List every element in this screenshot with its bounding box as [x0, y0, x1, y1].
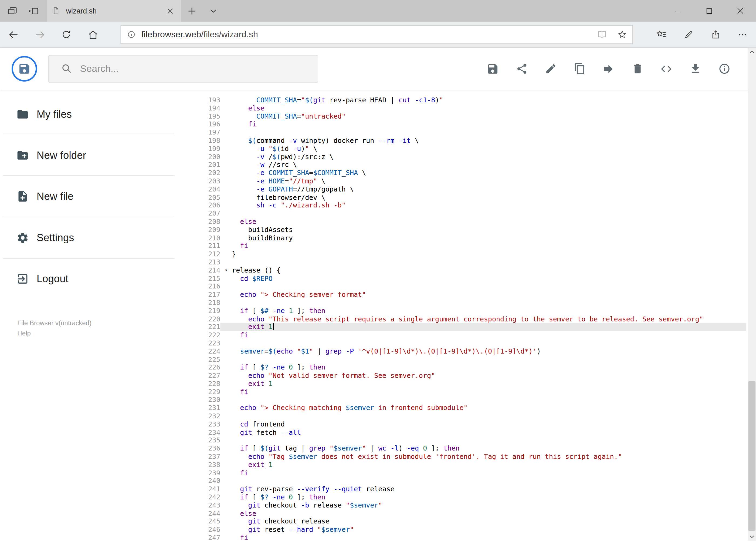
line-number[interactable]: 208 [195, 218, 220, 226]
code-text[interactable]: cd $REPO [220, 274, 746, 282]
sidebar-item-new-folder[interactable]: New folder [0, 143, 193, 168]
code-line[interactable]: 208 else [195, 218, 746, 226]
line-number[interactable]: 236 [195, 445, 220, 453]
save-button[interactable] [486, 62, 499, 75]
code-text[interactable]: else [220, 104, 746, 112]
tab-list-chevron-icon[interactable] [202, 0, 224, 22]
code-text[interactable] [220, 299, 746, 307]
scroll-up-icon[interactable] [748, 48, 756, 56]
code-line[interactable]: 216 [195, 282, 746, 290]
info-button[interactable] [718, 62, 730, 75]
code-line[interactable]: 195 COMMIT_SHA="untracked" [195, 112, 746, 120]
move-button[interactable] [602, 62, 615, 75]
code-line[interactable]: 241 git rev-parse --verify --quiet relea… [195, 485, 746, 493]
line-number[interactable]: 242 [195, 493, 220, 501]
code-line[interactable]: 202 -e COMMIT_SHA=$COMMIT_SHA \ [195, 169, 746, 177]
code-line[interactable]: 203 -e HOME="//tmp" \ [195, 177, 746, 185]
line-number[interactable]: 229 [195, 388, 220, 396]
code-text[interactable] [220, 355, 746, 363]
copy-button[interactable] [573, 62, 586, 75]
code-text[interactable]: -v /$(pwd):/src:z \ [220, 153, 746, 161]
line-number[interactable]: 205 [195, 194, 220, 202]
line-number[interactable]: 197 [195, 129, 220, 137]
line-number[interactable]: 211 [195, 242, 220, 250]
line-number[interactable]: 210 [195, 234, 220, 242]
code-text[interactable] [220, 210, 746, 218]
line-number[interactable]: 201 [195, 161, 220, 169]
search-input[interactable] [79, 63, 318, 75]
code-line[interactable]: 194 else [195, 104, 746, 112]
code-text[interactable]: -e COMMIT_SHA=$COMMIT_SHA \ [220, 169, 746, 177]
code-text[interactable]: exit 1 [220, 461, 746, 469]
line-number[interactable]: 198 [195, 137, 220, 145]
code-line[interactable]: 234 git fetch --all [195, 428, 746, 436]
code-text[interactable]: sh -c "./wizard.sh -b" [220, 202, 746, 210]
code-text[interactable]: buildBinary [220, 234, 746, 242]
code-line[interactable]: 199 -u "$(id -u)" \ [195, 145, 746, 153]
code-line[interactable]: 212} [195, 250, 746, 258]
code-text[interactable]: fi [220, 469, 746, 477]
line-number[interactable]: 238 [195, 461, 220, 469]
line-number[interactable]: 209 [195, 226, 220, 234]
code-text[interactable]: echo "This release script requires a sin… [220, 315, 746, 323]
version-link[interactable]: File Browser v(untracked) [17, 318, 92, 328]
code-line[interactable]: 228 exit 1 [195, 380, 746, 388]
code-text[interactable]: fi [220, 242, 746, 250]
line-number[interactable]: 223 [195, 339, 220, 347]
code-text[interactable]: git rev-parse --verify --quiet release [220, 485, 746, 493]
code-line[interactable]: 196 fi [195, 120, 746, 128]
code-line[interactable]: 232 [195, 412, 746, 420]
code-line[interactable]: 200 -v /$(pwd):/src:z \ [195, 153, 746, 161]
line-number[interactable]: 218 [195, 299, 220, 307]
code-text[interactable]: echo "> Checking matching $semver in fro… [220, 404, 746, 412]
code-line[interactable]: 198 $(command -v winpty) docker run --rm… [195, 137, 746, 145]
refresh-button[interactable] [53, 22, 79, 47]
code-text[interactable] [220, 477, 746, 485]
code-text[interactable] [220, 339, 746, 347]
code-line[interactable]: 239 fi [195, 469, 746, 477]
new-tab-button[interactable] [181, 0, 203, 22]
line-number[interactable]: 221 [195, 323, 220, 331]
share-button[interactable] [702, 22, 729, 47]
code-text[interactable]: fi [220, 331, 746, 339]
code-line[interactable]: 226 if [ $? -ne 0 ]; then [195, 363, 746, 372]
line-number[interactable]: 228 [195, 380, 220, 388]
code-text[interactable]: fi [220, 120, 746, 128]
code-text[interactable]: filebrowser/dev \ [220, 194, 746, 202]
code-text[interactable]: semver=$(echo "$1" | grep -P '^v(0|[1-9]… [220, 347, 746, 355]
code-line[interactable]: 233 cd frontend [195, 420, 746, 428]
line-number[interactable]: 206 [195, 202, 220, 210]
code-text[interactable]: -u "$(id -u)" \ [220, 145, 746, 153]
annotate-pen-button[interactable] [675, 22, 702, 47]
line-number[interactable]: 195 [195, 112, 220, 120]
line-number[interactable]: 207 [195, 210, 220, 218]
line-number[interactable]: 219 [195, 307, 220, 315]
code-line[interactable]: 244 else [195, 509, 746, 517]
line-number[interactable]: 213 [195, 258, 220, 266]
code-view-button[interactable] [660, 62, 672, 75]
line-number[interactable]: 193 [195, 96, 220, 104]
line-number[interactable]: 224 [195, 347, 220, 355]
line-number[interactable]: 234 [195, 428, 220, 436]
code-line[interactable]: 222 fi [195, 331, 746, 339]
share-file-button[interactable] [516, 62, 528, 75]
line-number[interactable]: 204 [195, 185, 220, 194]
line-number[interactable]: 235 [195, 436, 220, 445]
line-number[interactable]: 200 [195, 153, 220, 161]
code-text[interactable] [220, 436, 746, 445]
code-text[interactable]: buildAssets [220, 226, 746, 234]
code-text[interactable]: fi [220, 534, 746, 541]
code-line[interactable]: 206 sh -c "./wizard.sh -b" [195, 202, 746, 210]
code-line[interactable]: 236 if [ $(git tag | grep "$semver" | wc… [195, 445, 746, 453]
code-line[interactable]: 238 exit 1 [195, 461, 746, 469]
code-text[interactable]: if [ $# -ne 1 ]; then [220, 307, 746, 315]
code-line[interactable]: 211 fi [195, 242, 746, 250]
help-link[interactable]: Help [17, 328, 92, 338]
code-line[interactable]: 225 [195, 355, 746, 363]
set-tabs-aside-button[interactable] [23, 0, 45, 22]
code-text[interactable]: if [ $? -ne 0 ]; then [220, 493, 746, 501]
code-line[interactable]: 246 git reset --hard "$semver" [195, 526, 746, 534]
line-number[interactable]: 246 [195, 526, 220, 534]
code-text[interactable]: fi [220, 388, 746, 396]
line-number[interactable]: 241 [195, 485, 220, 493]
